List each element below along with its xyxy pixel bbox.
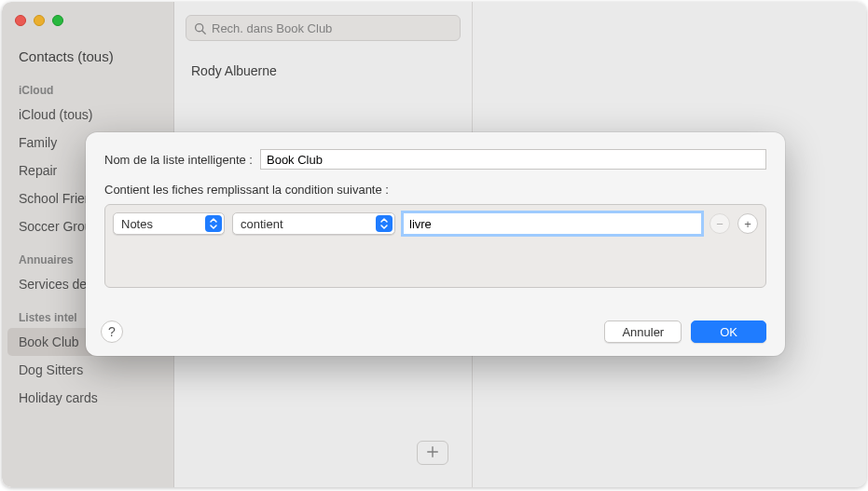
rules-area: Notes contient − + xyxy=(104,204,766,288)
condition-label: Contient les fiches remplissant la condi… xyxy=(104,183,766,197)
smart-list-name-input[interactable] xyxy=(260,149,766,170)
name-label: Nom de la liste intelligente : xyxy=(104,153,253,167)
rule-row: Notes contient − + xyxy=(113,212,758,235)
cancel-button[interactable]: Annuler xyxy=(604,321,682,343)
plus-icon: + xyxy=(744,217,751,231)
rule-field-value: Notes xyxy=(121,217,153,231)
smart-list-dialog: Nom de la liste intelligente : Contient … xyxy=(86,132,785,356)
rule-value-input[interactable] xyxy=(403,212,702,235)
add-rule-button[interactable]: + xyxy=(737,213,758,234)
rule-operator-value: contient xyxy=(241,217,283,231)
help-button[interactable]: ? xyxy=(101,321,123,343)
chevron-up-down-icon xyxy=(205,215,222,232)
minus-icon: − xyxy=(716,217,723,231)
app-window: Contacts (tous) iCloud iCloud (tous) Fam… xyxy=(2,2,866,487)
remove-rule-button[interactable]: − xyxy=(710,213,730,234)
dialog-footer: ? Annuler OK xyxy=(101,321,766,343)
chevron-up-down-icon xyxy=(376,215,393,232)
ok-button[interactable]: OK xyxy=(691,321,766,343)
rule-operator-select[interactable]: contient xyxy=(232,212,395,235)
rule-field-select[interactable]: Notes xyxy=(113,212,225,235)
